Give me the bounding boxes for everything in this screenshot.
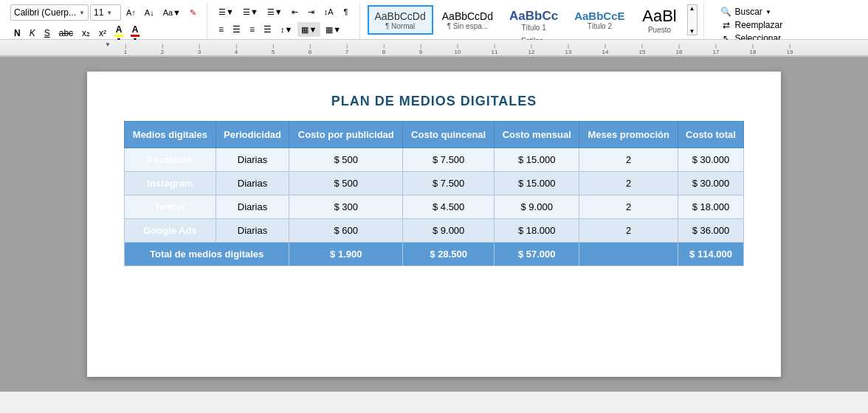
styles-scrollbar[interactable]: ▲ ▼: [687, 4, 698, 35]
font-name-combo[interactable]: Calibri (Cuerp... ▼: [10, 4, 89, 21]
style-normal-sample: AaBbCcDd: [375, 10, 426, 22]
superscript-btn[interactable]: x²: [95, 25, 110, 41]
ruler-tick-13: 13: [565, 44, 572, 55]
style-titulo1[interactable]: AaBbCc Título 1: [502, 5, 565, 35]
clear-format-btn[interactable]: ✎: [186, 5, 201, 20]
cell-total-3: $ 36.000: [678, 219, 744, 243]
th-medios: Medios digitales: [125, 122, 216, 148]
buscar-arrow: ▼: [765, 9, 771, 15]
font-name-value: Calibri (Cuerp...: [14, 7, 76, 18]
ruler-tick-12: 12: [528, 44, 535, 55]
font-size-combo[interactable]: 11 ▼: [90, 4, 121, 21]
sort-btn[interactable]: ↕A: [320, 4, 337, 19]
th-costo-men: Costo mensual: [495, 122, 579, 148]
style-puesto-sample: AaBl: [642, 7, 676, 26]
style-titulo2[interactable]: AaBbCcE Título 2: [567, 5, 632, 35]
table-header-row: Medios digitales Periodicidad Costo por …: [125, 122, 744, 148]
ruler-tick-4: 4: [235, 44, 238, 55]
fontcolor-icon: A: [132, 24, 139, 35]
cell-costpub-0: $ 500: [289, 148, 403, 172]
replace-icon: ⇄: [720, 20, 732, 30]
cell-months-2: 2: [579, 195, 678, 219]
cell-total-1: $ 30.000: [678, 172, 744, 195]
ruler-tick-18: 18: [750, 44, 757, 55]
ruler-tick-2: 2: [161, 44, 164, 55]
shading-btn[interactable]: ▦▼: [297, 22, 320, 37]
subscript-btn[interactable]: x₂: [78, 25, 94, 41]
ruler-tick-19: 19: [787, 44, 793, 55]
search-icon: 🔍: [720, 7, 732, 17]
ruler-tick-9: 9: [419, 44, 422, 55]
ruler-tick-6: 6: [309, 44, 311, 55]
increase-font-btn[interactable]: A↑: [123, 5, 140, 20]
th-periodicidad: Periodicidad: [216, 122, 289, 148]
cell-media-2: Twitter: [125, 195, 216, 219]
document-page: PLAN DE MEDIOS DIGITALES Medios digitale…: [87, 72, 781, 377]
cell-costquin-0: $ 7.500: [403, 148, 495, 172]
cell-period-3: Diarias: [216, 219, 289, 243]
cell-costpub-2: $ 300: [289, 195, 403, 219]
ruler-tick-15: 15: [639, 44, 646, 55]
ruler-tick-16: 16: [676, 44, 683, 55]
bold-btn[interactable]: N: [10, 25, 24, 41]
th-costo-quin: Costo quincenal: [403, 122, 495, 148]
font-size-value: 11: [94, 7, 103, 18]
style-normal[interactable]: AaBbCcDd ¶ Normal: [368, 5, 433, 35]
cell-costquin-2: $ 4.500: [403, 195, 495, 219]
font-size-arrow: ▼: [106, 10, 112, 16]
cell-media-0: Facebook: [125, 148, 216, 172]
multilevel-btn[interactable]: ☰▼: [264, 4, 286, 19]
style-titulo2-sample: AaBbCcE: [574, 10, 624, 22]
cell-total-costmen: $ 57.000: [495, 243, 579, 266]
style-sinesp-label: ¶ Sin espa...: [447, 22, 488, 30]
cell-total-months: [579, 243, 678, 266]
align-right-btn[interactable]: ≡: [246, 21, 258, 38]
cell-total-costpub: $ 1.900: [289, 243, 403, 266]
change-case-btn[interactable]: Aa▼: [159, 5, 185, 20]
cell-period-1: Diarias: [216, 172, 289, 195]
justify-btn[interactable]: ☰: [260, 21, 275, 38]
total-row: Total de medios digitales $ 1.900 $ 28.5…: [125, 243, 744, 266]
ruler-tick-17: 17: [713, 44, 720, 55]
cell-media-3: Google Ads: [125, 219, 216, 243]
cell-total-costquin: $ 28.500: [403, 243, 495, 266]
cell-costmen-1: $ 15.000: [495, 172, 579, 195]
show-marks-btn[interactable]: ¶: [339, 4, 354, 19]
cell-period-2: Diarias: [216, 195, 289, 219]
cell-period-0: Diarias: [216, 148, 289, 172]
buscar-label: Buscar: [735, 7, 762, 17]
buscar-btn[interactable]: 🔍 Buscar ▼: [717, 6, 787, 18]
reemplazar-btn[interactable]: ⇄ Reemplazar: [717, 19, 787, 31]
increase-indent-btn[interactable]: ⇥: [304, 4, 319, 19]
ruler-tick-11: 11: [492, 44, 498, 55]
decrease-font-btn[interactable]: A↓: [141, 5, 158, 20]
ruler-tick-5: 5: [272, 44, 275, 55]
line-spacing-btn[interactable]: ↕▼: [277, 22, 296, 37]
italic-btn[interactable]: K: [26, 25, 39, 41]
cell-total-2: $ 18.000: [678, 195, 744, 219]
style-puesto-label: Puesto: [648, 26, 671, 34]
align-left-btn[interactable]: ≡: [215, 21, 227, 38]
style-puesto[interactable]: AaBl Puesto: [634, 5, 686, 35]
cell-costpub-3: $ 600: [289, 219, 403, 243]
align-center-btn[interactable]: ☰: [229, 21, 244, 38]
page-area: PLAN DE MEDIOS DIGITALES Medios digitale…: [0, 57, 868, 392]
cell-total-grand: $ 114.000: [678, 243, 744, 266]
numbered-btn[interactable]: ☰▼: [239, 4, 262, 19]
strikethrough-btn[interactable]: abc: [55, 25, 77, 41]
style-titulo1-label: Título 1: [521, 24, 545, 32]
ruler-tick-7: 7: [345, 44, 348, 55]
underline-btn[interactable]: S: [41, 25, 54, 41]
cell-months-0: 2: [579, 148, 678, 172]
cell-total-label: Total de medios digitales: [125, 243, 289, 266]
ruler-tick-10: 10: [455, 44, 461, 55]
cell-costquin-1: $ 7.500: [403, 172, 495, 195]
style-sinesp[interactable]: AaBbCcDd ¶ Sin espa...: [435, 5, 500, 35]
decrease-indent-btn[interactable]: ⇤: [288, 4, 303, 19]
bullets-btn[interactable]: ☰▼: [215, 4, 238, 19]
borders-btn[interactable]: ▦▼: [322, 22, 345, 37]
ruler: ▼ 1 2 3 4 5 6 7 8 9 10 11 12 13 14 15 16…: [0, 40, 868, 56]
cell-costpub-1: $ 500: [289, 172, 403, 195]
cell-costmen-3: $ 18.000: [495, 219, 579, 243]
table-row: Facebook Diarias $ 500 $ 7.500 $ 15.000 …: [125, 148, 744, 172]
